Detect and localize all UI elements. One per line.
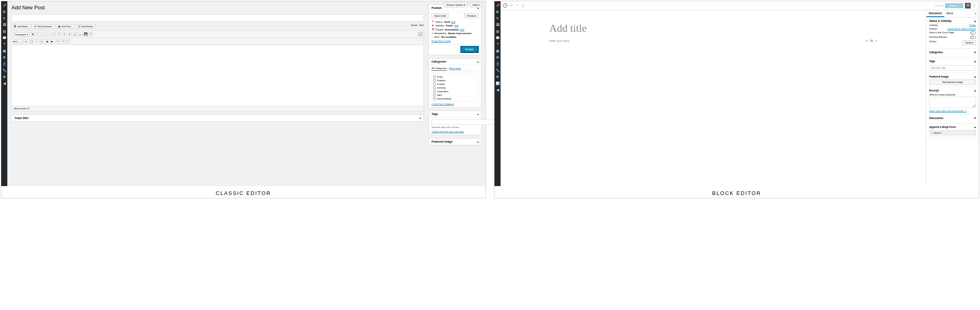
paste-button[interactable]: 📋 xyxy=(29,39,33,43)
align-left-button[interactable]: ≡ xyxy=(57,32,61,36)
add-rotator-button[interactable]: 🔄Add Rotator xyxy=(75,24,95,29)
help-icon[interactable]: ? xyxy=(66,39,70,43)
appearance-icon[interactable]: ▦ xyxy=(494,49,501,53)
char-button[interactable]: Ω xyxy=(39,39,43,43)
purge-cache-link[interactable]: Purge from cache xyxy=(431,40,479,42)
publish-button[interactable]: Publish xyxy=(460,46,479,53)
excerpt-textarea[interactable] xyxy=(929,97,976,108)
quote-button[interactable]: ❝ xyxy=(52,32,56,36)
users-icon[interactable]: 👤 xyxy=(494,62,501,66)
redo-button[interactable]: ↷ xyxy=(61,39,65,43)
undo-button[interactable]: ↶ xyxy=(55,39,59,43)
quote-icon[interactable]: ❝ xyxy=(494,42,501,47)
pending-toggle[interactable] xyxy=(970,36,976,39)
plugins-icon[interactable]: ⚙ xyxy=(494,55,501,60)
category-item[interactable]: Social Media xyxy=(433,97,477,100)
media-icon[interactable]: 🖼 xyxy=(494,23,501,27)
stick-toggle[interactable] xyxy=(970,31,976,35)
pin-icon[interactable]: 📌 xyxy=(1,3,7,8)
users-icon[interactable]: 👤 xyxy=(1,62,7,66)
settings-icon[interactable]: ⚙ xyxy=(1,75,7,79)
category-item[interactable]: Diary xyxy=(433,75,477,78)
screen-options-button[interactable]: Screen Options ▾ xyxy=(444,2,468,7)
toolbar-toggle-button[interactable]: ▦ xyxy=(84,32,88,36)
story-placeholder[interactable]: Write your story xyxy=(549,39,569,42)
strike-button[interactable]: abc xyxy=(13,39,17,43)
posts-icon[interactable]: ✎ xyxy=(494,16,501,21)
dashboard-icon[interactable]: ⊞ xyxy=(494,10,501,14)
most-used-tab[interactable]: Most Used xyxy=(449,67,461,71)
save-draft-button[interactable]: Save Draft xyxy=(431,13,449,18)
list-inserter-icon[interactable]: ≡ xyxy=(876,39,877,42)
distraction-free-button[interactable]: ✕ xyxy=(418,32,422,36)
visibility-link[interactable]: Public xyxy=(969,24,976,26)
categories-title[interactable]: Categories xyxy=(929,51,943,54)
edit-date-link[interactable]: Edit xyxy=(460,28,464,31)
tools-icon[interactable]: 🔧 xyxy=(1,68,7,73)
category-item[interactable]: Inspiration xyxy=(433,90,477,93)
bold-button[interactable]: B xyxy=(31,32,35,36)
ol-button[interactable]: ⋯ xyxy=(47,32,51,36)
pages-icon[interactable]: ▤ xyxy=(494,29,501,34)
redo-button[interactable]: ↷ xyxy=(516,4,519,8)
collapse-icon[interactable]: ◀ xyxy=(494,88,501,92)
more-button[interactable]: ▭ xyxy=(78,32,82,36)
category-item[interactable]: SEO xyxy=(433,93,477,96)
undo-button[interactable]: ↶ xyxy=(510,4,513,8)
align-center-button[interactable]: ≡ xyxy=(63,32,67,36)
align-right-button[interactable]: ≡ xyxy=(68,32,72,36)
chevron-down-icon[interactable]: ▾ xyxy=(974,51,976,54)
media-icon[interactable]: 🖼 xyxy=(1,23,7,27)
textcolor-button[interactable]: A xyxy=(24,39,28,43)
category-item[interactable]: Guides xyxy=(433,82,477,85)
outdent-button[interactable]: ◀ xyxy=(45,39,49,43)
choose-tags-link[interactable]: Choose from the most used tags xyxy=(431,130,479,133)
all-categories-tab[interactable]: All Categories xyxy=(431,67,447,71)
chevron-up-icon[interactable]: ▴ xyxy=(477,140,479,143)
appearance-icon[interactable]: ▦ xyxy=(1,49,7,53)
quote-icon[interactable]: ❝ xyxy=(1,42,7,47)
chevron-up-icon[interactable]: ▴ xyxy=(477,113,479,115)
format-select[interactable]: Paragraph ▾ xyxy=(13,32,30,37)
chevron-up-icon[interactable]: ▴ xyxy=(974,75,976,78)
tags-input[interactable] xyxy=(431,119,501,125)
link-button[interactable]: 🔗 xyxy=(73,32,77,36)
category-item[interactable]: Tips xyxy=(433,101,477,101)
add-download-button[interactable]: ⬇Add Download xyxy=(32,24,54,29)
discussion-title[interactable]: Discussion xyxy=(929,117,943,120)
fullscreen-button[interactable]: ⛶ xyxy=(89,32,93,36)
visual-tab[interactable]: Visual xyxy=(411,24,417,26)
chevron-up-icon[interactable]: ▴ xyxy=(974,60,976,63)
yoast-panel[interactable]: Yoast SEO▾ xyxy=(11,115,424,121)
block-tab[interactable]: Block xyxy=(944,10,956,17)
preview-link[interactable]: Preview xyxy=(935,4,943,7)
posts-icon[interactable]: ✎ xyxy=(1,16,7,21)
chevron-up-icon[interactable]: ▴ xyxy=(477,60,479,63)
add-form-button[interactable]: ▦Add Form xyxy=(56,24,74,29)
category-item[interactable]: Freebie xyxy=(433,79,477,82)
chevron-up-icon[interactable]: ▴ xyxy=(974,126,976,129)
add-category-link[interactable]: + Add New Category xyxy=(431,103,479,105)
image-inserter-icon[interactable]: 🖼 xyxy=(870,39,873,42)
pin-icon[interactable]: 📌 xyxy=(494,3,501,8)
tools-icon[interactable]: 🔧 xyxy=(494,68,501,73)
edit-visibility-link[interactable]: Edit xyxy=(454,24,458,27)
settings-button[interactable]: ⚙ xyxy=(965,3,971,9)
clear-button[interactable]: ✓ xyxy=(34,39,38,43)
set-featured-button[interactable]: Set featured image xyxy=(929,80,976,85)
add-block-button[interactable]: + xyxy=(503,3,507,8)
help-button[interactable]: Help ▾ xyxy=(470,2,482,7)
chevron-up-icon[interactable]: ▴ xyxy=(974,20,976,23)
author-select[interactable]: Tanita ▾ xyxy=(963,40,976,45)
ul-button[interactable]: ⋮ xyxy=(41,32,46,36)
title-placeholder[interactable]: Add title xyxy=(549,22,877,35)
excerpt-learn-link[interactable]: Learn more about manual excerpts ⇗ xyxy=(929,110,976,112)
edit-status-link[interactable]: Edit xyxy=(451,21,455,23)
tags-input[interactable] xyxy=(929,65,976,71)
add-media-button[interactable]: 🖼Add Media xyxy=(11,24,30,29)
dashboard-icon[interactable]: ⊞ xyxy=(1,10,7,14)
editor-canvas[interactable] xyxy=(11,45,424,106)
heading-inserter-icon[interactable]: H xyxy=(866,39,868,42)
comments-icon[interactable]: 💬 xyxy=(494,36,501,40)
ninja-select[interactable]: -- None ▾ xyxy=(929,130,976,135)
